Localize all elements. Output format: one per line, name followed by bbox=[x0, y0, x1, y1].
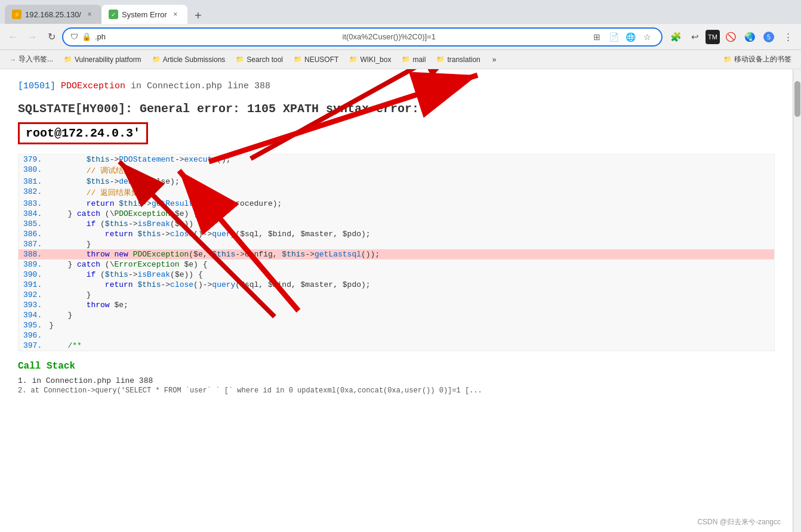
line-code-381: $this->debug(false); bbox=[49, 177, 774, 186]
error-highlighted-container: root@172.24.0.3' bbox=[18, 122, 775, 144]
reader-mode-button[interactable]: 📄 bbox=[606, 30, 621, 44]
line-number-386: 386. bbox=[19, 230, 49, 239]
line-number-388: 388. bbox=[19, 250, 49, 259]
bookmark-folder-icon-5: 📁 bbox=[349, 55, 358, 63]
bookmark-wiki[interactable]: 📁 WIKI_box bbox=[344, 54, 396, 65]
line-number-379: 379. bbox=[19, 155, 49, 164]
tab-1[interactable]: ⚡ 192.168.25.130/ × bbox=[5, 5, 101, 24]
code-line-397: 397. /** bbox=[19, 341, 774, 351]
error-message-line1: SQLSTATE[HY000]: General error: 1105 XPA… bbox=[18, 101, 775, 117]
bookmark-folder-icon-4: 📁 bbox=[294, 55, 302, 63]
bookmark-neusoft[interactable]: 📁 NEUSOFT bbox=[289, 54, 343, 65]
bookmark-import-label: 导入书签... bbox=[19, 54, 53, 64]
line-code-392: } bbox=[49, 290, 774, 299]
bookmark-folder-icon-6: 📁 bbox=[402, 55, 410, 63]
refresh-button[interactable]: ↻ bbox=[43, 29, 60, 45]
line-number-392: 392. bbox=[19, 290, 49, 299]
back-button[interactable]: ← bbox=[5, 29, 21, 45]
code-line-395: 395. } bbox=[19, 320, 774, 330]
bookmark-search-tool[interactable]: 📁 Search tool bbox=[231, 54, 288, 65]
tab-2[interactable]: ✓ System Error × bbox=[101, 5, 187, 24]
line-code-391: return $this->close()->query($sql, $bind… bbox=[49, 280, 774, 289]
menu-button[interactable]: ⋮ bbox=[780, 29, 796, 45]
error-title: [10501] PDOException in Connection.php l… bbox=[18, 81, 775, 91]
code-line-392: 392. } bbox=[19, 290, 774, 300]
tampermonkey-button[interactable]: TM bbox=[706, 30, 720, 44]
line-number-383: 383. bbox=[19, 199, 49, 208]
code-line-386: 386. return $this->close()->query($sql, … bbox=[19, 229, 774, 239]
extension-badge[interactable]: 5 bbox=[760, 29, 777, 45]
line-code-396 bbox=[49, 331, 774, 340]
tab1-close-button[interactable]: × bbox=[85, 10, 94, 19]
translate-button[interactable]: 🌐 bbox=[623, 30, 637, 44]
bookmark-import[interactable]: → 导入书签... bbox=[5, 53, 58, 66]
address-bar[interactable]: 🛡 🔒 .ph it(0xa%2Cuser())%2C0)]=1 ⊞ 📄 🌐 ☆ bbox=[62, 27, 663, 47]
line-number-384: 384. bbox=[19, 209, 49, 218]
code-block: 379. $this->PDOStatement->execute(); 380… bbox=[18, 154, 775, 351]
bookmark-star-button[interactable]: ☆ bbox=[640, 30, 654, 44]
line-code-393: throw $e; bbox=[49, 301, 774, 310]
tab2-close-button[interactable]: × bbox=[171, 10, 180, 19]
translate2-button[interactable]: 🌏 bbox=[741, 29, 758, 45]
address-actions: ⊞ 📄 🌐 ☆ bbox=[590, 30, 654, 44]
error-code: [10501] bbox=[18, 81, 56, 91]
qr-code-button[interactable]: ⊞ bbox=[590, 30, 604, 44]
line-number-396: 396. bbox=[19, 331, 49, 340]
content-area: [10501] PDOException in Connection.php l… bbox=[0, 69, 801, 532]
bookmark-wiki-label: WIKI_box bbox=[360, 55, 391, 64]
tab1-label: 192.168.25.130/ bbox=[25, 10, 81, 19]
bookmark-mail[interactable]: 📁 mail bbox=[397, 54, 430, 65]
bookmark-search-tool-label: Search tool bbox=[247, 55, 283, 64]
bookmarks-bar: → 导入书签... 📁 Vulnerability platform 📁 Art… bbox=[0, 50, 801, 69]
bookmarks-more-button[interactable]: » bbox=[488, 54, 501, 65]
call-stack-title: Call Stack bbox=[18, 361, 775, 372]
svg-text:✓: ✓ bbox=[111, 11, 116, 18]
line-number-380: 380. bbox=[19, 165, 49, 174]
bookmark-translation[interactable]: 📁 translation bbox=[432, 54, 485, 65]
svg-text:⚡: ⚡ bbox=[13, 11, 21, 18]
line-code-382: // 返回结果集 bbox=[49, 187, 774, 198]
address-left: .ph bbox=[95, 32, 339, 41]
lock-icon: 🔒 bbox=[82, 32, 91, 41]
extension-puzzle-button[interactable]: 🧩 bbox=[667, 29, 684, 45]
line-code-380: // 调试结束 bbox=[49, 165, 774, 176]
line-number-389: 389. bbox=[19, 260, 49, 269]
bookmark-mobile[interactable]: 📁 移动设备上的书签 bbox=[719, 53, 796, 66]
bookmark-folder-icon-7: 📁 bbox=[436, 55, 445, 63]
address-right: it(0xa%2Cuser())%2C0)]=1 bbox=[343, 32, 587, 41]
bookmark-article-label: Article Submissions bbox=[163, 55, 226, 64]
scrollbar[interactable] bbox=[793, 69, 801, 532]
code-line-387: 387. } bbox=[19, 239, 774, 249]
line-code-389: } catch (\ErrorException $e) { bbox=[49, 260, 774, 269]
code-line-388: 388. throw new PDOException($e, $this->c… bbox=[19, 249, 774, 259]
code-line-383: 383. return $this->getResult($pdo, $proc… bbox=[19, 199, 774, 209]
security-icon: 🛡 bbox=[70, 32, 78, 41]
bookmark-mail-label: mail bbox=[412, 55, 426, 64]
bookmark-vulnerability[interactable]: 📁 Vulnerability platform bbox=[59, 54, 146, 65]
bookmark-article[interactable]: 📁 Article Submissions bbox=[147, 54, 230, 65]
browser-window: ⚡ 192.168.25.130/ × ✓ System Error × + ←… bbox=[0, 0, 801, 532]
tab-bar: ⚡ 192.168.25.130/ × ✓ System Error × + bbox=[0, 0, 801, 24]
line-number-393: 393. bbox=[19, 301, 49, 310]
line-code-379: $this->PDOStatement->execute(); bbox=[49, 155, 774, 164]
line-code-395: } bbox=[49, 321, 774, 330]
bookmark-translation-label: translation bbox=[447, 55, 480, 64]
code-line-385: 385. if ($this->isBreak($e)) { bbox=[19, 219, 774, 229]
code-line-390: 390. if ($this->isBreak($e)) { bbox=[19, 270, 774, 280]
block-button[interactable]: 🚫 bbox=[722, 29, 739, 45]
new-tab-button[interactable]: + bbox=[190, 7, 207, 24]
page-content: [10501] PDOException in Connection.php l… bbox=[0, 69, 793, 532]
code-line-384: 384. } catch (\PDOException $e) { bbox=[19, 209, 774, 219]
forward-button[interactable]: → bbox=[24, 29, 41, 45]
scrollbar-thumb[interactable] bbox=[794, 81, 800, 117]
undo-button[interactable]: ↩ bbox=[686, 29, 703, 45]
code-line-391: 391. return $this->close()->query($sql, … bbox=[19, 280, 774, 290]
line-number-385: 385. bbox=[19, 219, 49, 228]
error-location: in Connection.php line 388 bbox=[131, 81, 270, 91]
code-line-381: 381. $this->debug(false); bbox=[19, 177, 774, 187]
call-stack-item-1: 1. in Connection.php line 388 bbox=[18, 376, 775, 385]
line-number-395: 395. bbox=[19, 321, 49, 330]
call-stack-item-2: 2. at Connection->query('SELECT * FROM `… bbox=[18, 386, 775, 395]
code-line-382: 382. // 返回结果集 bbox=[19, 187, 774, 199]
line-number-391: 391. bbox=[19, 280, 49, 289]
